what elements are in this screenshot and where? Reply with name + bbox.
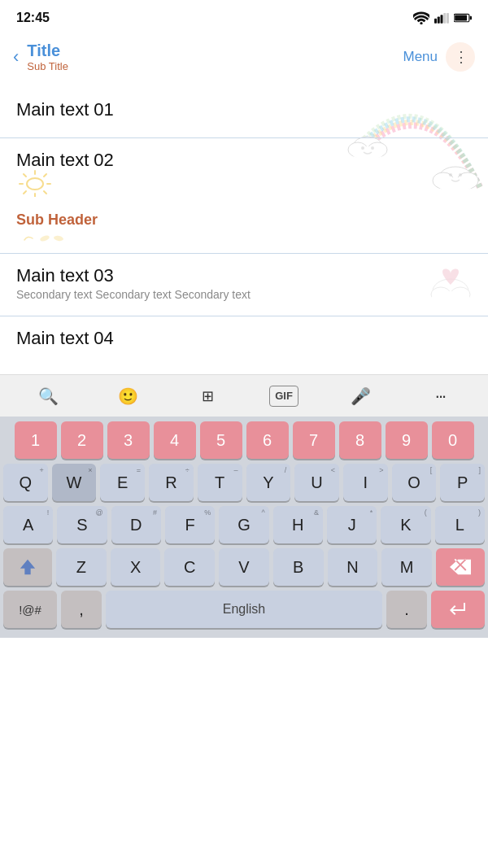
enter-key[interactable] bbox=[431, 591, 485, 628]
key-4[interactable]: 4 bbox=[154, 421, 196, 459]
key-f[interactable]: %F bbox=[165, 506, 215, 543]
period-key[interactable]: . bbox=[386, 591, 427, 628]
app-bar-left: ‹ Title Sub Title bbox=[13, 41, 68, 73]
key-5[interactable]: 5 bbox=[200, 421, 242, 459]
search-tool-button[interactable]: 🔍 bbox=[30, 378, 66, 414]
backspace-icon bbox=[450, 559, 471, 575]
key-r[interactable]: ÷R bbox=[149, 464, 194, 501]
status-time: 12:45 bbox=[16, 11, 50, 25]
gif-tool-button[interactable]: GIF bbox=[269, 386, 298, 407]
key-y[interactable]: /Y bbox=[246, 464, 291, 501]
key-a[interactable]: !A bbox=[3, 506, 53, 543]
list-item-03-text: Main text 03 bbox=[16, 265, 472, 286]
sun-decoration bbox=[15, 168, 80, 197]
list-item-03-secondary: Secondary text Secondary text Secondary … bbox=[16, 288, 472, 301]
back-button[interactable]: ‹ bbox=[13, 46, 19, 68]
sym-key[interactable]: !@# bbox=[3, 591, 57, 628]
key-0[interactable]: 0 bbox=[432, 421, 474, 459]
status-icons bbox=[413, 11, 472, 24]
key-2[interactable]: 2 bbox=[61, 421, 103, 459]
key-v[interactable]: V bbox=[219, 548, 269, 586]
space-key[interactable]: English bbox=[106, 591, 382, 628]
svg-rect-2 bbox=[441, 15, 443, 24]
backspace-key[interactable] bbox=[436, 548, 485, 586]
svg-line-28 bbox=[24, 191, 26, 194]
emoji-icon: 🙂 bbox=[118, 386, 138, 406]
svg-line-26 bbox=[44, 191, 46, 194]
keyboard-toolbar: 🔍 🙂 ⊞ GIF 🎤 ··· bbox=[0, 374, 488, 417]
key-7[interactable]: 7 bbox=[293, 421, 335, 459]
key-e[interactable]: =E bbox=[100, 464, 145, 501]
key-1[interactable]: 1 bbox=[15, 421, 57, 459]
menu-button[interactable]: Menu bbox=[403, 49, 438, 65]
key-n[interactable]: N bbox=[328, 548, 378, 586]
key-w[interactable]: ×W bbox=[52, 464, 97, 501]
key-i[interactable]: >I bbox=[343, 464, 388, 501]
sub-header-text: Sub Header bbox=[16, 212, 98, 228]
svg-point-30 bbox=[54, 235, 64, 242]
heart-cloud-decoration bbox=[425, 262, 477, 311]
svg-rect-4 bbox=[447, 13, 449, 24]
key-j[interactable]: *J bbox=[327, 506, 377, 543]
app-title: Title bbox=[27, 41, 68, 60]
list-item-02[interactable]: Main text 02 bbox=[0, 138, 488, 203]
list-item-04[interactable]: Main text 04 bbox=[0, 316, 488, 357]
app-subtitle: Sub Title bbox=[27, 60, 68, 73]
qwerty-row: +Q ×W =E ÷R –T /Y <U >I [O ]P bbox=[3, 464, 485, 501]
list-item-02-text: Main text 02 bbox=[16, 150, 472, 171]
key-g[interactable]: ^G bbox=[219, 506, 268, 543]
svg-rect-6 bbox=[470, 16, 472, 20]
bottom-row: !@# , English . bbox=[3, 591, 485, 628]
signal-icon bbox=[434, 11, 449, 24]
mic-icon: 🎤 bbox=[351, 386, 371, 406]
key-p[interactable]: ]P bbox=[440, 464, 485, 501]
search-icon: 🔍 bbox=[38, 386, 59, 406]
key-s[interactable]: @S bbox=[57, 506, 107, 543]
key-c[interactable]: C bbox=[164, 548, 215, 586]
emoji-tool-button[interactable]: 🙂 bbox=[110, 378, 146, 414]
key-m[interactable]: M bbox=[381, 548, 432, 586]
number-row: 1 2 3 4 5 6 7 8 9 0 bbox=[3, 421, 485, 459]
period-label: . bbox=[404, 600, 409, 619]
key-t[interactable]: –T bbox=[198, 464, 242, 501]
key-b[interactable]: B bbox=[273, 548, 324, 586]
key-8[interactable]: 8 bbox=[339, 421, 381, 459]
key-d[interactable]: #D bbox=[111, 506, 161, 543]
mic-tool-button[interactable]: 🎤 bbox=[342, 378, 378, 414]
key-q[interactable]: +Q bbox=[3, 464, 48, 501]
dots-icon: ⋮ bbox=[454, 48, 468, 66]
more-tool-button[interactable]: ··· bbox=[422, 378, 458, 414]
key-u[interactable]: <U bbox=[294, 464, 339, 501]
key-o[interactable]: [O bbox=[392, 464, 437, 501]
sub-header-row: Sub Header bbox=[0, 203, 488, 254]
comma-label: , bbox=[79, 600, 84, 619]
dots-menu-button[interactable]: ⋮ bbox=[446, 42, 475, 72]
status-bar: 12:45 bbox=[0, 0, 488, 33]
svg-rect-0 bbox=[434, 19, 437, 24]
list-item-03[interactable]: Main text 03 Secondary text Secondary te… bbox=[0, 254, 488, 316]
title-block: Title Sub Title bbox=[27, 41, 68, 73]
svg-rect-1 bbox=[438, 17, 440, 24]
gif-icon: GIF bbox=[275, 390, 293, 402]
key-6[interactable]: 6 bbox=[246, 421, 289, 459]
key-9[interactable]: 9 bbox=[386, 421, 428, 459]
key-z[interactable]: Z bbox=[56, 548, 107, 586]
key-k[interactable]: (K bbox=[381, 506, 430, 543]
shift-key[interactable] bbox=[3, 548, 52, 586]
svg-point-29 bbox=[39, 234, 50, 242]
sym-label: !@# bbox=[19, 603, 41, 617]
content-area: Main text 01 Main text 02 Sub Header bbox=[0, 81, 488, 374]
keyboard: 1 2 3 4 5 6 7 8 9 0 +Q ×W =E ÷R –T /Y <U… bbox=[0, 417, 488, 638]
leaf-decoration bbox=[16, 232, 81, 245]
sticker-icon: ⊞ bbox=[202, 387, 214, 405]
comma-key[interactable]: , bbox=[61, 591, 102, 628]
key-l[interactable]: )L bbox=[435, 506, 485, 543]
sticker-tool-button[interactable]: ⊞ bbox=[190, 378, 225, 414]
list-item-01[interactable]: Main text 01 bbox=[0, 81, 488, 138]
key-x[interactable]: X bbox=[111, 548, 161, 586]
key-h[interactable]: &H bbox=[273, 506, 323, 543]
svg-rect-7 bbox=[455, 15, 467, 20]
app-bar-right: Menu ⋮ bbox=[403, 42, 475, 72]
key-3[interactable]: 3 bbox=[107, 421, 150, 459]
svg-point-34 bbox=[431, 291, 470, 306]
